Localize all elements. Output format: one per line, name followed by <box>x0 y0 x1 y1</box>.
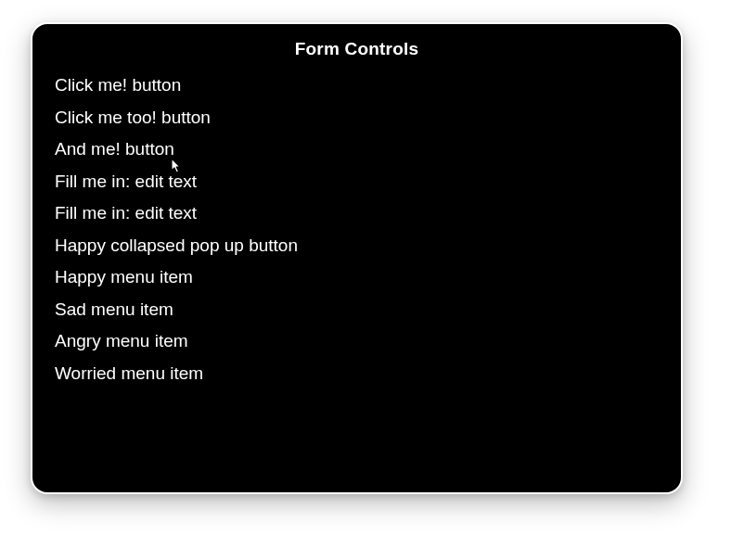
button-and-me[interactable]: And me! button <box>55 136 664 162</box>
menu-item-angry[interactable]: Angry menu item <box>55 328 664 354</box>
edit-text-fill-me-in-2[interactable]: Fill me in: edit text <box>55 200 664 226</box>
form-controls-panel: Form Controls Click me! button Click me … <box>31 22 683 494</box>
page-title: Form Controls <box>49 39 664 59</box>
menu-item-sad[interactable]: Sad menu item <box>55 297 664 323</box>
edit-text-fill-me-in-1[interactable]: Fill me in: edit text <box>55 169 664 195</box>
menu-item-happy[interactable]: Happy menu item <box>55 264 664 290</box>
button-click-me-too[interactable]: Click me too! button <box>55 105 664 131</box>
popup-button-happy[interactable]: Happy collapsed pop up button <box>55 233 664 259</box>
menu-item-worried[interactable]: Worried menu item <box>55 361 664 387</box>
items-list: Click me! button Click me too! button An… <box>49 72 664 386</box>
button-click-me[interactable]: Click me! button <box>55 72 664 98</box>
